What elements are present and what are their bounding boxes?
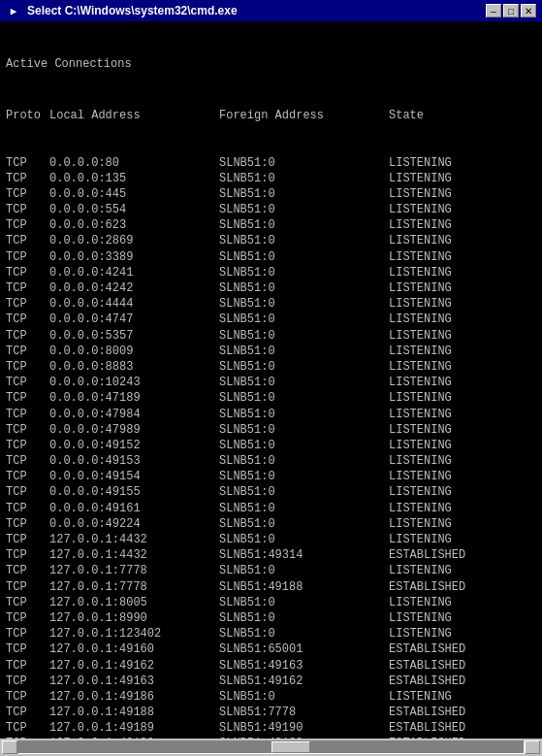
- col-proto: TCP: [6, 202, 49, 217]
- col-state: LISTENING: [389, 453, 452, 469]
- col-state: LISTENING: [389, 328, 452, 344]
- col-local: 127.0.0.1:49162: [49, 658, 219, 674]
- col-proto: TCP: [6, 312, 49, 327]
- col-foreign: SLNB51:49162: [219, 674, 389, 689]
- table-row: TCP0.0.0.0:4241SLNB51:0LISTENING: [6, 265, 536, 280]
- col-local: 0.0.0.0:47189: [49, 390, 219, 406]
- horizontal-scrollbar[interactable]: ◀ ▶: [0, 739, 542, 756]
- scroll-right-button[interactable]: ▶: [525, 740, 540, 754]
- scrollbar-thumb[interactable]: [271, 741, 310, 753]
- col-local: 127.0.0.1:49190: [49, 736, 219, 739]
- col-local: 0.0.0.0:49155: [49, 484, 219, 500]
- col-foreign: SLNB51:0: [219, 312, 389, 327]
- maximize-button[interactable]: □: [503, 4, 519, 17]
- col-proto: TCP: [6, 265, 49, 280]
- col-proto: TCP: [6, 705, 49, 720]
- table-row: TCP127.0.0.1:49186SLNB51:0LISTENING: [6, 689, 536, 705]
- table-row: TCP0.0.0.0:49153SLNB51:0LISTENING: [6, 453, 536, 469]
- col-local: 127.0.0.1:49189: [49, 720, 219, 736]
- col-state: LISTENING: [389, 689, 452, 705]
- col-local: 0.0.0.0:2869: [49, 233, 219, 248]
- table-row: TCP0.0.0.0:49154SLNB51:0LISTENING: [6, 469, 536, 484]
- col-state: LISTENING: [389, 155, 452, 171]
- col-local: 127.0.0.1:49186: [49, 689, 219, 705]
- table-row: TCP0.0.0.0:49155SLNB51:0LISTENING: [6, 484, 536, 500]
- table-row: TCP127.0.0.1:4432SLNB51:0LISTENING: [6, 532, 536, 547]
- table-row: TCP0.0.0.0:47189SLNB51:0LISTENING: [6, 390, 536, 406]
- col-foreign: SLNB51:49190: [219, 720, 389, 736]
- col-foreign: SLNB51:0: [219, 328, 389, 344]
- col-proto: TCP: [6, 249, 49, 265]
- col-state: LISTENING: [389, 563, 452, 578]
- col-local: 127.0.0.1:7778: [49, 579, 219, 595]
- col-foreign: SLNB51:0: [219, 407, 389, 422]
- col-foreign: SLNB51:0: [219, 155, 389, 171]
- col-foreign: SLNB51:0: [219, 626, 389, 641]
- col-state-header: State: [389, 109, 424, 122]
- col-state: LISTENING: [389, 469, 452, 484]
- col-local: 0.0.0.0:49161: [49, 501, 219, 516]
- col-state: LISTENING: [389, 280, 452, 296]
- col-proto: TCP: [6, 280, 49, 296]
- col-foreign: SLNB51:0: [219, 217, 389, 233]
- col-foreign: SLNB51:0: [219, 171, 389, 186]
- col-proto: TCP: [6, 658, 49, 674]
- col-state: LISTENING: [389, 516, 452, 532]
- col-proto: TCP: [6, 171, 49, 186]
- title-bar-text: Select C:\Windows\system32\cmd.exe: [27, 4, 238, 17]
- col-local: 0.0.0.0:8009: [49, 344, 219, 359]
- col-state: LISTENING: [389, 422, 452, 438]
- table-row: TCP127.0.0.1:49190SLNB51:49189ESTABLISHE…: [6, 736, 536, 739]
- col-proto: TCP: [6, 296, 49, 312]
- col-local: 0.0.0.0:5357: [49, 328, 219, 344]
- col-foreign: SLNB51:0: [219, 359, 389, 375]
- col-foreign: SLNB51:0: [219, 186, 389, 202]
- col-proto: TCP: [6, 532, 49, 547]
- col-foreign: SLNB51:49163: [219, 658, 389, 674]
- table-row: TCP0.0.0.0:4242SLNB51:0LISTENING: [6, 280, 536, 296]
- col-foreign: SLNB51:0: [219, 375, 389, 390]
- close-button[interactable]: ✕: [521, 4, 536, 17]
- col-foreign-header: Foreign Address: [219, 108, 389, 123]
- col-state: LISTENING: [389, 296, 452, 312]
- scrollbar-track[interactable]: [17, 740, 525, 754]
- table-row: TCP127.0.0.1:49160SLNB51:65001ESTABLISHE…: [6, 641, 536, 657]
- col-local: 127.0.0.1:49160: [49, 641, 219, 657]
- col-local: 0.0.0.0:4747: [49, 312, 219, 327]
- col-foreign: SLNB51:49314: [219, 547, 389, 563]
- table-row: TCP127.0.0.1:8990SLNB51:0LISTENING: [6, 610, 536, 626]
- col-local: 127.0.0.1:4432: [49, 532, 219, 547]
- table-row: TCP0.0.0.0:2869SLNB51:0LISTENING: [6, 233, 536, 248]
- col-proto: TCP: [6, 375, 49, 390]
- table-row: TCP0.0.0.0:49152SLNB51:0LISTENING: [6, 438, 536, 453]
- col-proto: TCP: [6, 186, 49, 202]
- col-foreign: SLNB51:7778: [219, 705, 389, 720]
- col-local: 0.0.0.0:554: [49, 202, 219, 217]
- title-bar-left: ▶ Select C:\Windows\system32\cmd.exe: [6, 3, 238, 18]
- col-foreign: SLNB51:0: [219, 202, 389, 217]
- col-local-header: Local Address: [49, 108, 219, 123]
- scroll-left-button[interactable]: ◀: [2, 740, 17, 754]
- col-local: 0.0.0.0:8883: [49, 359, 219, 375]
- title-bar: ▶ Select C:\Windows\system32\cmd.exe – □…: [0, 0, 542, 21]
- col-foreign: SLNB51:65001: [219, 641, 389, 657]
- col-proto-header: Proto: [6, 108, 49, 123]
- col-proto: TCP: [6, 674, 49, 689]
- minimize-button[interactable]: –: [486, 4, 501, 17]
- col-state: LISTENING: [389, 407, 452, 422]
- col-local: 127.0.0.1:49188: [49, 705, 219, 720]
- table-row: TCP0.0.0.0:554SLNB51:0LISTENING: [6, 202, 536, 217]
- col-proto: TCP: [6, 484, 49, 500]
- col-proto: TCP: [6, 563, 49, 578]
- col-state: ESTABLISHED: [389, 674, 465, 689]
- col-foreign: SLNB51:0: [219, 280, 389, 296]
- col-foreign: SLNB51:0: [219, 595, 389, 610]
- col-local: 127.0.0.1:7778: [49, 563, 219, 578]
- col-local: 127.0.0.1:49163: [49, 674, 219, 689]
- col-proto: TCP: [6, 547, 49, 563]
- column-headers: ProtoLocal AddressForeign AddressState: [6, 108, 536, 123]
- table-row: TCP0.0.0.0:47984SLNB51:0LISTENING: [6, 407, 536, 422]
- col-state: ESTABLISHED: [389, 658, 465, 674]
- col-foreign: SLNB51:0: [219, 390, 389, 406]
- col-state: LISTENING: [389, 501, 452, 516]
